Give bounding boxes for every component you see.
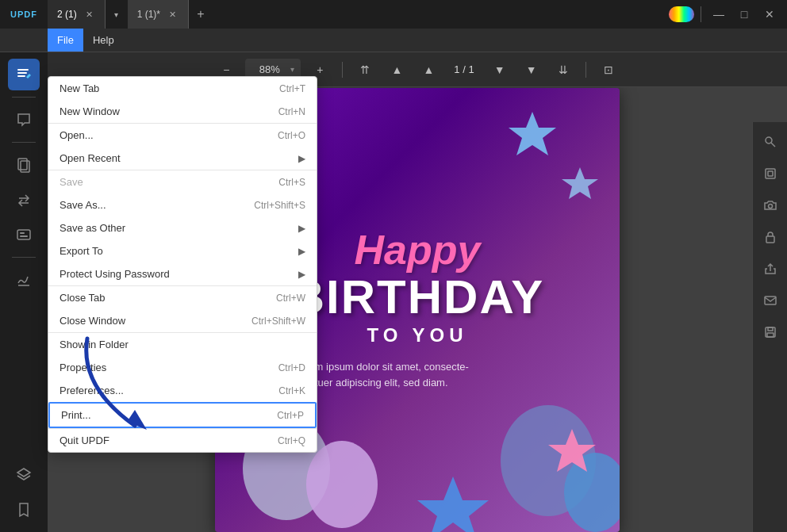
menu-file[interactable]: File [48, 29, 83, 52]
menu-quit-label: Quit UPDF [60, 434, 109, 446]
menu-quit-shortcut: Ctrl+Q [278, 435, 305, 446]
menu-save-as-other-label: Save as Other [60, 222, 125, 234]
menu-item-close-window[interactable]: Close Window Ctrl+Shift+W [48, 309, 317, 332]
menu-item-save: Save Ctrl+S [48, 170, 317, 193]
menu-group-2: Open... Ctrl+O Open Recent ▶ [48, 124, 317, 170]
close-button[interactable]: ✕ [758, 3, 781, 25]
menu-item-properties[interactable]: Properties Ctrl+D [48, 356, 317, 379]
window-controls: — □ ✕ [669, 3, 787, 25]
menu-item-save-as[interactable]: Save As... Ctrl+Shift+S [48, 193, 317, 216]
main-layout: − 88% ▾ + ⇈ ▲ ▲ 1 / 1 ▼ ▼ ⇊ ⊡ [0, 52, 787, 532]
menu-item-save-as-other[interactable]: Save as Other ▶ [48, 216, 317, 239]
menu-item-new-tab[interactable]: New Tab Ctrl+T [48, 77, 317, 100]
menu-item-close-tab[interactable]: Close Tab Ctrl+W [48, 286, 317, 309]
menu-item-preferences[interactable]: Preferences... Ctrl+K [48, 379, 317, 402]
menu-group-1: New Tab Ctrl+T New Window Ctrl+N [48, 77, 317, 124]
menu-open-label: Open... [60, 129, 94, 141]
menu-protect-password-label: Protect Using Password [60, 268, 170, 280]
dropdown-overlay: New Tab Ctrl+T New Window Ctrl+N Open... [0, 52, 787, 532]
tab-2-label: 1 (1)* [137, 9, 160, 20]
menu-group-4: Close Tab Ctrl+W Close Window Ctrl+Shift… [48, 286, 317, 333]
menu-save-label: Save [60, 176, 83, 188]
menu-show-in-folder-label: Show in Folder [60, 339, 129, 350]
menu-group-3: Save Ctrl+S Save As... Ctrl+Shift+S Save… [48, 170, 317, 286]
menu-properties-shortcut: Ctrl+D [278, 362, 305, 373]
app-logo-text: UPDF [10, 10, 37, 19]
menu-help[interactable]: Help [83, 29, 124, 52]
file-dropdown-menu: New Tab Ctrl+T New Window Ctrl+N Open... [48, 76, 317, 453]
menu-item-quit[interactable]: Quit UPDF Ctrl+Q [48, 429, 317, 452]
menu-preferences-shortcut: Ctrl+K [278, 385, 305, 396]
menu-close-tab-shortcut: Ctrl+W [276, 293, 305, 304]
menu-new-tab-shortcut: Ctrl+T [279, 83, 305, 94]
menu-new-tab-label: New Tab [60, 82, 99, 94]
menu-export-to-arrow: ▶ [298, 246, 305, 257]
minimize-button[interactable]: — [708, 3, 730, 25]
menu-item-open-recent[interactable]: Open Recent ▶ [48, 147, 317, 170]
menu-protect-password-arrow: ▶ [298, 269, 305, 280]
menubar: File Help [0, 29, 787, 52]
menu-preferences-label: Preferences... [60, 385, 124, 396]
tab-2-close[interactable]: ✕ [167, 8, 179, 21]
menu-item-export-to[interactable]: Export To ▶ [48, 239, 317, 262]
menu-item-print[interactable]: Print... Ctrl+P [48, 402, 317, 428]
menu-export-to-label: Export To [60, 245, 103, 257]
menu-properties-label: Properties [60, 362, 106, 373]
menu-item-show-in-folder[interactable]: Show in Folder [48, 333, 317, 356]
menu-new-window-label: New Window [60, 105, 120, 117]
maximize-button[interactable]: □ [733, 3, 755, 25]
menu-save-as-shortcut: Ctrl+Shift+S [254, 200, 305, 211]
menu-open-shortcut: Ctrl+O [278, 130, 305, 141]
tab-1-close[interactable]: ✕ [83, 8, 95, 21]
menu-print-shortcut: Ctrl+P [277, 410, 304, 421]
tab-1-label: 2 (1) [57, 9, 77, 20]
menu-save-shortcut: Ctrl+S [278, 177, 305, 188]
menu-group-5: Show in Folder Properties Ctrl+D Prefere… [48, 333, 317, 429]
titlebar: UPDF 2 (1) ✕ ▾ 1 (1)* ✕ + — □ ✕ [0, 0, 787, 29]
menu-item-protect-password[interactable]: Protect Using Password ▶ [48, 262, 317, 285]
menu-item-new-window[interactable]: New Window Ctrl+N [48, 100, 317, 123]
menu-save-as-label: Save As... [60, 199, 106, 211]
menu-save-as-other-arrow: ▶ [298, 223, 305, 234]
menu-close-tab-label: Close Tab [60, 292, 106, 304]
menu-group-6: Quit UPDF Ctrl+Q [48, 429, 317, 452]
rainbow-button[interactable] [669, 6, 694, 22]
menu-item-open[interactable]: Open... Ctrl+O [48, 124, 317, 147]
menu-new-window-shortcut: Ctrl+N [278, 106, 305, 117]
menu-close-window-shortcut: Ctrl+Shift+W [251, 316, 305, 327]
tab-1[interactable]: 2 (1) ✕ [48, 0, 106, 29]
tab-dropdown[interactable]: ▾ [106, 3, 128, 25]
menu-open-recent-label: Open Recent [60, 152, 121, 164]
app-logo: UPDF [0, 0, 48, 29]
menu-print-label: Print... [61, 409, 91, 421]
menu-open-recent-arrow: ▶ [298, 153, 305, 164]
tab-2[interactable]: 1 (1)* ✕ [128, 0, 189, 29]
add-tab-button[interactable]: + [189, 0, 213, 29]
menu-close-window-label: Close Window [60, 315, 125, 327]
